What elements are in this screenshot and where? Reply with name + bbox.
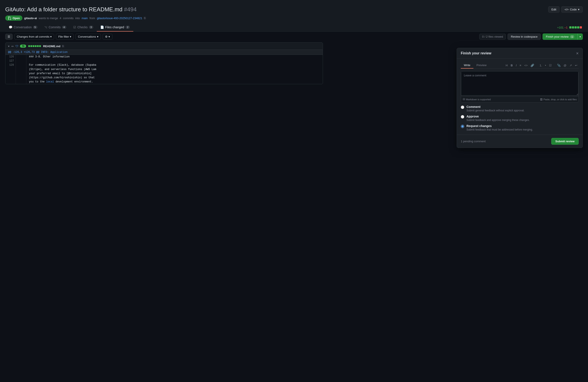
diff-container: ▾ ⇔ 🛡 70 README.md ⎘ @@ -126,3 +126,73 @… (5, 42, 323, 84)
code-button[interactable]: </> Code ▾ (561, 6, 583, 13)
edit-button[interactable]: Edit (548, 6, 560, 13)
toolbar-quote[interactable]: ≡ (518, 63, 523, 68)
stat-additions: +101 (557, 26, 564, 29)
tab-checks-label: Checks (77, 25, 88, 29)
finish-review-dropdown-button[interactable]: ▾ (578, 34, 583, 40)
toolbar-link[interactable]: 🔗 (529, 63, 535, 68)
markdown-icon: Ⓜ (463, 98, 465, 101)
close-modal-button[interactable]: × (576, 51, 579, 56)
diff-line-num-old-cont1 (5, 67, 16, 72)
finish-review-split-chevron-icon: ▾ (580, 35, 581, 38)
expand-icon[interactable]: ⇔ (11, 44, 14, 48)
stat-block-3 (574, 26, 577, 28)
radio-approve[interactable] (461, 115, 464, 119)
diff-line-cont-4: you to the local development environment… (5, 80, 323, 84)
diff-hunk-header: @@ -126,3 +126,73 @@ INFO: Application (5, 50, 323, 55)
radio-request-changes-text: Request changes Submit feedback that mus… (466, 124, 533, 131)
review-modal-header: Finish your review × (457, 48, 583, 59)
into-text: into (75, 17, 80, 20)
diff-line-127: 127 (5, 59, 323, 63)
toolbar-right: 0 / 2 files viewed Review in codespace F… (479, 34, 583, 40)
pr-title-text: GitAuto: Add a folder structure to READM… (5, 6, 123, 13)
finish-your-review-button[interactable]: Finish your review 1 (543, 34, 578, 40)
tab-conversation-label: Conversation (14, 25, 32, 29)
radio-option-approve[interactable]: Approve Submit feedback and approve merg… (461, 115, 579, 122)
conversation-icon: 💬 (9, 25, 12, 29)
toolbar-unordered-list[interactable]: • (544, 63, 547, 68)
diff-line-content-cont1: (Stripe), and serverless functions (AWS … (26, 67, 323, 72)
base-branch-link[interactable]: main (82, 17, 88, 20)
open-pr-icon (8, 16, 11, 20)
file-line-count: 70 (20, 44, 26, 48)
toolbar-bold[interactable]: B (509, 63, 514, 68)
editor-tab-write[interactable]: Write (461, 62, 473, 68)
diff-block-green-6 (39, 45, 41, 47)
changes-from-button[interactable]: Changes from all commits ▾ (14, 34, 54, 40)
toolbar-mention[interactable]: @ (562, 63, 568, 68)
diff-line-num-new-cont1 (16, 67, 26, 72)
finish-review-label: Finish your review (546, 35, 569, 38)
toolbar-task-list[interactable]: ☑ (548, 63, 553, 68)
status-text: Open (13, 17, 20, 20)
settings-button[interactable]: ⚙ ▾ (103, 34, 112, 40)
editor-tab-preview[interactable]: Preview (473, 62, 489, 68)
files-changed-icon: 📄 (100, 25, 104, 29)
file-filter-button[interactable]: File filter ▾ (56, 34, 74, 40)
radio-request-changes-desc: Submit feedback that must be addressed b… (466, 128, 533, 131)
toolbar-reference[interactable]: ↗ (568, 63, 573, 68)
open-badge: Open (5, 16, 22, 21)
diff-block-green-5 (37, 45, 39, 47)
commits-word: commits (63, 17, 74, 20)
conversations-button[interactable]: Conversations ▾ (75, 34, 101, 40)
tab-files-changed-count: 2 (126, 26, 130, 29)
sidebar-toggle-button[interactable]: ☰ (5, 34, 13, 40)
submit-review-button[interactable]: Submit review (551, 138, 579, 145)
commit-count: 4 (60, 17, 61, 20)
tab-conversation[interactable]: 💬 Conversation 5 (5, 23, 41, 32)
file-chevron-icon[interactable]: ▾ (8, 44, 10, 48)
tab-files-changed[interactable]: 📄 Files changed 2 (97, 23, 133, 32)
toolbar-attach[interactable]: 📎 (556, 63, 562, 68)
toolbar-ordered-list[interactable]: 1. (538, 63, 543, 68)
radio-comment[interactable] (461, 106, 464, 109)
toolbar-heading[interactable]: H (504, 63, 509, 68)
radio-request-changes[interactable] (461, 125, 464, 128)
finish-review-count: 1 (570, 35, 574, 38)
tab-commits[interactable]: ⌥ Commits 4 (41, 23, 70, 32)
review-in-codespace-button[interactable]: Review in codespace (507, 34, 541, 40)
review-options: Comment Submit general feedback without … (461, 105, 579, 131)
diff-line-num-new-cont2 (16, 72, 26, 76)
diff-line-num-old-126: 126 (5, 55, 16, 59)
review-modal: Finish your review × Write Preview H B I… (457, 48, 583, 148)
toolbar-code[interactable]: <> (523, 63, 529, 68)
copy-filename-button[interactable]: ⎘ (62, 44, 64, 48)
toolbar-undo[interactable]: ↩ (574, 63, 579, 68)
head-branch-link[interactable]: gitauto/issue-493-20250127-234821 (97, 17, 142, 20)
conversations-label: Conversations (78, 35, 96, 38)
stat-blocks (569, 26, 582, 28)
code-icon: </> (565, 8, 569, 11)
diff-line-num-new-126 (16, 55, 26, 59)
comment-textarea[interactable] (461, 72, 578, 95)
diff-line-num-old-cont3 (5, 76, 16, 80)
diff-line-128: 128 For communication (Slack), database … (5, 63, 323, 67)
diff-line-num-new-cont4 (16, 80, 26, 84)
toolbar-italic[interactable]: I (514, 63, 518, 68)
settings-chevron-icon: ▾ (108, 35, 110, 38)
diff-line-num-new-127 (16, 59, 26, 63)
editor-tabs: Write Preview H B I ≡ <> 🔗 1. • ☑ (461, 62, 579, 69)
tab-files-changed-label: Files changed (105, 25, 124, 29)
stat-block-5 (580, 26, 582, 28)
diff-line-126: 126 ### 3-8. Other information (5, 55, 323, 59)
diff-filename: README.md (43, 44, 60, 48)
radio-option-request-changes[interactable]: Request changes Submit feedback that mus… (461, 124, 579, 131)
diff-line-num-old-128: 128 (5, 63, 16, 67)
code-label: Code (570, 8, 577, 11)
tab-commits-count: 4 (62, 26, 66, 29)
settings-icon: ⚙ (105, 35, 108, 38)
diff-block-green-1 (28, 45, 30, 47)
radio-option-comment[interactable]: Comment Submit general feedback without … (461, 105, 579, 112)
tab-checks[interactable]: ☑ Checks 3 (70, 23, 97, 32)
file-attach-note[interactable]: 🖼 Paste, drop, or click to add files (540, 98, 577, 101)
copy-branch-icon[interactable]: ⎘ (144, 16, 146, 20)
